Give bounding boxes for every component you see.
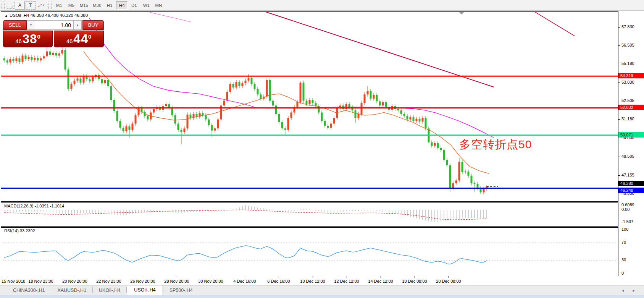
time-tick-label: 12 Dec 12:00 [334, 279, 359, 283]
rsi-tick-label: 100 [621, 227, 628, 232]
price-tick [618, 101, 620, 101]
tab-usoilh4[interactable]: USOil-,H4 [127, 285, 163, 295]
tab-xauusdh1[interactable]: XAUUSD-,H1 [51, 286, 92, 295]
buy-button[interactable]: BUY [82, 20, 104, 30]
top-toolbar: F A T ⤢ ▾ M1M5M15M30H1H4D1W1MN [0, 0, 644, 11]
tab-sp500h4[interactable]: SP500-,H4 [163, 286, 199, 295]
cursor-tool-button[interactable]: ⤢ ▾ [36, 1, 47, 10]
timeframe-group: M1M5M15M30H1H4D1W1MN [53, 1, 165, 10]
time-tick [381, 276, 381, 278]
timeframe-button-h1[interactable]: H1 [104, 1, 115, 10]
price-axis[interactable]: 57.83056.50555.18053.83052.50551.18049.8… [618, 11, 644, 276]
price-tick [618, 175, 620, 176]
price-tag-54.319: 54.319 [618, 73, 644, 78]
toolbar-grip[interactable] [48, 2, 52, 9]
time-tick [245, 276, 245, 278]
timeframe-button-h4[interactable]: H4 [116, 1, 128, 10]
price-tick-label: 55.180 [621, 61, 634, 66]
time-tick [75, 276, 75, 278]
grid-f-icon[interactable]: F [7, 2, 15, 9]
price-tag-46.248: 46.248 [618, 188, 644, 193]
bid-quote-button[interactable]: 46380 [3, 31, 53, 47]
time-tick-label: 28 Nov 20:00 [164, 279, 189, 283]
time-tick-label: 18 Nov 23:00 [28, 279, 53, 283]
cursor-icon: ⤢ [38, 3, 42, 8]
timeframe-button-m30[interactable]: M30 [91, 1, 103, 10]
timeframe-button-w1[interactable]: W1 [140, 1, 152, 10]
price-tick [618, 64, 620, 64]
time-tick-label: 26 Nov 20:00 [130, 279, 155, 283]
price-tag-50.071: 50.071 [618, 132, 644, 138]
rsi-canvas[interactable] [1, 228, 618, 276]
symbol-marker-icon: ▲ [5, 14, 8, 18]
macd-panel[interactable]: MACD(12,26,9) -1.0391 -1.1014 [1, 202, 618, 227]
rsi-tick-label: 70 [621, 240, 626, 245]
tab-ukoilh4[interactable]: UKOil-,H4 [93, 286, 126, 295]
price-tick [618, 157, 620, 157]
rsi-tick-label: 0 [621, 271, 624, 275]
chart-tab-bar: CHINA300-,H1XAUUSD-,H1UKOil-,H4USOil-,H4… [0, 285, 644, 295]
rsi-panel[interactable]: RSI(14) 33.2392 [1, 227, 618, 276]
price-tick [618, 83, 620, 83]
time-tick [313, 276, 313, 278]
one-click-trade-widget: SELL ▼ ▲ BUY 46380 46440 [3, 20, 104, 47]
timeframe-button-m1[interactable]: M1 [53, 1, 65, 10]
chart-annotation: 多空转折点50 [459, 137, 532, 152]
price-tick [618, 27, 620, 28]
time-tick [347, 276, 347, 278]
time-tick-label: 30 Nov 20:00 [198, 279, 223, 283]
tab-china300h1[interactable]: CHINA300-,H1 [7, 286, 51, 295]
time-axis[interactable]: 15 Nov 201818 Nov 23:0020 Nov 20:0022 No… [1, 276, 618, 285]
text-tool-button[interactable]: T [26, 1, 36, 10]
price-tick-label: 52.505 [621, 98, 634, 103]
time-tick [7, 276, 7, 278]
time-tick-label: 18 Dec 08:00 [402, 279, 427, 283]
timeframe-button-m15[interactable]: M15 [78, 1, 90, 10]
timeframe-button-m5[interactable]: M5 [66, 1, 77, 10]
time-tick [279, 276, 279, 278]
volume-increase-button[interactable]: ▲ [73, 20, 82, 30]
annotate-button[interactable]: A [15, 1, 25, 10]
sell-button[interactable]: SELL [3, 20, 27, 30]
time-tick [41, 276, 41, 278]
time-tick [109, 276, 109, 278]
tab-scroll-arrows[interactable]: ◂ ▸ [622, 288, 639, 293]
ohlc-header: ▲USOil-,H4 46.350 46.400 46.320 46.380 [5, 13, 88, 18]
time-tick-label: 10 Dec 12:00 [300, 279, 325, 283]
price-tick-label: 56.505 [621, 43, 634, 47]
price-tag-52.032: 52.032 [618, 105, 644, 110]
price-tag-46.380: 46.380 [618, 181, 644, 186]
time-tick-label: 4 Dec 16:00 [233, 279, 256, 283]
time-tick [143, 276, 143, 278]
toolbar-grip[interactable] [2, 2, 5, 9]
time-tick-label: 20 Dec 08:00 [436, 279, 461, 283]
chevron-down-icon: ▾ [43, 3, 45, 7]
time-tick-label: 15 Nov 2018 [2, 279, 25, 283]
rsi-tick-label: 30 [621, 258, 626, 262]
macd-tick-label: 0.00 [621, 207, 629, 212]
timeframe-button-d1[interactable]: D1 [128, 1, 140, 10]
rsi-label: RSI(14) 33.2392 [4, 228, 35, 233]
price-tick [618, 119, 620, 120]
volume-input[interactable] [35, 20, 73, 30]
price-tick [618, 138, 620, 138]
terminal-window: F A T ⤢ ▾ M1M5M15M30H1H4D1W1MN MACD(12,2… [0, 0, 644, 298]
ask-quote-button[interactable]: 46440 [54, 31, 104, 47]
price-tick-label: 53.830 [621, 80, 634, 84]
volume-decrease-button[interactable]: ▼ [27, 20, 35, 30]
timeframe-button-mn[interactable]: MN [153, 1, 164, 10]
time-tick [211, 276, 211, 278]
price-tick [618, 45, 620, 46]
macd-tick-label: 0.6089 [621, 202, 634, 207]
price-tick-label: 51.180 [621, 117, 634, 121]
time-tick-label: 6 Dec 16:00 [267, 279, 290, 283]
price-tick-label: 47.155 [621, 173, 634, 177]
macd-canvas[interactable] [1, 203, 618, 226]
macd-label: MACD(12,26,9) -1.0391 -1.1014 [4, 204, 64, 208]
price-tick [618, 194, 620, 194]
time-tick [177, 276, 177, 278]
scroll-end-marker-icon[interactable] [459, 12, 464, 15]
time-tick-label: 14 Dec 12:00 [368, 279, 393, 283]
price-tick-label: 48.505 [621, 154, 634, 159]
time-tick [449, 276, 449, 278]
